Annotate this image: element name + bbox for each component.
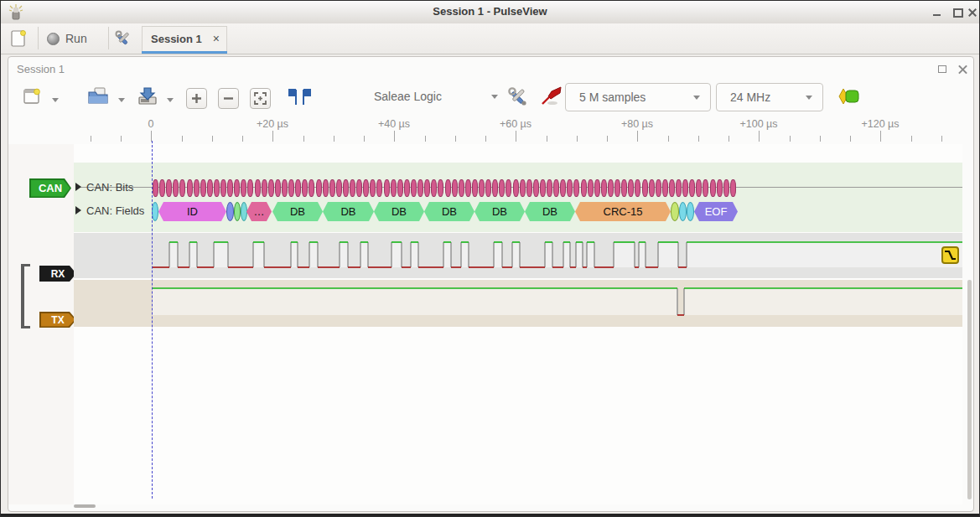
can-bit-annotation [166, 179, 172, 197]
can-field-annotation-db: DB [323, 202, 374, 221]
tab-label: Session 1 [151, 33, 202, 45]
ruler-minor-tick [911, 136, 912, 142]
can-bit-annotation [445, 179, 451, 197]
can-bit-annotation [220, 179, 226, 197]
session-subwindow: Session 1 [8, 56, 974, 512]
can-bit-annotation [547, 179, 552, 197]
run-icon [47, 33, 60, 45]
can-bit-annotation [356, 179, 362, 197]
can-bit-annotation [187, 179, 193, 197]
channel-group-bracket[interactable] [21, 264, 30, 328]
ruler-label: +80 µs [621, 118, 653, 130]
can-bit-annotation [682, 179, 688, 197]
vertical-scrollbar[interactable] [967, 280, 972, 499]
can-bit-annotation [309, 179, 314, 197]
ruler-major-tick [637, 131, 638, 142]
can-bit-annotation [533, 179, 539, 197]
decoder-row-bits-label: CAN: Bits [86, 181, 133, 194]
can-bit-annotation [485, 179, 491, 197]
can-bit-annotation [207, 179, 213, 197]
ruler-major-tick [394, 131, 395, 142]
can-bit-annotation [588, 179, 594, 197]
can-bit-annotation [628, 179, 634, 197]
can-bit-annotation [234, 179, 240, 197]
titlebar[interactable]: Session 1 - PulseView [1, 1, 979, 24]
minimize-button[interactable] [931, 8, 943, 18]
can-bit-annotation [275, 179, 281, 197]
tab-session-1[interactable]: Session 1 × [142, 26, 227, 54]
can-bit-annotation [662, 179, 668, 197]
can-bit-annotation [384, 179, 390, 197]
can-bit-annotation [214, 179, 220, 197]
can-bit-annotation [717, 179, 723, 197]
trace-view[interactable]: CAN: Bits CAN: Fields ID…DBDBDBDBDBDBCRC… [74, 144, 962, 504]
ruler-major-tick [516, 131, 516, 142]
can-bit-annotation [730, 179, 736, 197]
can-bit-annotation [465, 179, 471, 197]
can-bit-annotation [642, 179, 648, 197]
ruler-minor-tick [607, 136, 608, 142]
ruler-minor-tick [425, 136, 426, 142]
ruler-minor-tick [941, 136, 942, 142]
ruler-minor-tick [242, 136, 243, 142]
ruler-minor-tick [364, 136, 365, 142]
run-button[interactable]: Run [47, 28, 87, 49]
settings-button[interactable] [113, 28, 135, 49]
can-bit-annotation [472, 179, 478, 197]
falling-edge-trigger-icon [943, 248, 957, 262]
can-bit-annotation [594, 179, 600, 197]
horizontal-scrollbar[interactable] [74, 504, 96, 508]
can-bit-annotation [689, 179, 695, 197]
maximize-icon [953, 8, 963, 18]
new-session-button[interactable] [9, 28, 29, 49]
new-session-icon [9, 28, 28, 49]
tab-close-icon[interactable]: × [213, 32, 220, 45]
ruler-label: +40 µs [378, 118, 410, 130]
decoder-row-bits[interactable]: CAN: Bits [75, 181, 133, 194]
can-bit-annotation [302, 179, 308, 197]
expand-arrow-icon[interactable] [75, 183, 81, 191]
can-field-annotation-db: DB [525, 202, 575, 221]
can-bit-annotation [336, 179, 342, 197]
can-bit-annotation [179, 179, 185, 197]
maximize-button[interactable] [951, 8, 963, 18]
can-bit-annotation [723, 179, 729, 197]
can-bit-annotation [255, 179, 261, 197]
trigger-marker[interactable] [941, 246, 959, 264]
ruler-minor-tick [182, 136, 183, 142]
can-bit-annotation [452, 179, 458, 197]
can-field-annotation [687, 202, 694, 221]
window-title: Session 1 - PulseView [1, 5, 979, 18]
can-bit-annotation [268, 179, 274, 197]
ruler-minor-tick [485, 136, 486, 142]
decoder-row-fields[interactable]: CAN: Fields [75, 204, 144, 217]
can-bit-annotation [343, 179, 349, 197]
time-ruler[interactable]: 0+20 µs+40 µs+60 µs+80 µs+100 µs+120 µs [8, 57, 973, 144]
ruler-minor-tick [668, 136, 669, 142]
can-bit-annotation [710, 179, 716, 197]
minimize-icon [933, 14, 941, 16]
close-button[interactable] [967, 8, 978, 18]
ruler-label: 0 [148, 118, 154, 130]
can-field-annotation [241, 202, 247, 221]
can-bit-annotation [499, 179, 505, 197]
ruler-minor-tick [455, 136, 456, 142]
ruler-major-tick [880, 131, 881, 142]
can-bit-annotation [200, 179, 206, 197]
can-field-annotation-crc-15: CRC-15 [575, 202, 671, 221]
channel-tag-tx[interactable]: TX [39, 312, 76, 328]
can-field-annotation [152, 202, 158, 221]
ruler-minor-tick [303, 136, 304, 142]
time-cursor[interactable] [152, 141, 153, 499]
ruler-label: +60 µs [500, 118, 531, 130]
channel-tag-rx[interactable]: RX [39, 266, 76, 282]
can-bit-annotation [159, 179, 165, 197]
expand-arrow-icon[interactable] [75, 206, 81, 215]
can-bit-annotation [614, 179, 620, 197]
can-bit-annotation [411, 179, 417, 197]
channel-tag-label: RX [39, 266, 76, 282]
can-bit-annotation [601, 179, 607, 197]
can-field-annotation [234, 202, 241, 221]
decoder-tag-can[interactable]: CAN [29, 178, 71, 198]
can-bit-annotation [656, 179, 661, 197]
